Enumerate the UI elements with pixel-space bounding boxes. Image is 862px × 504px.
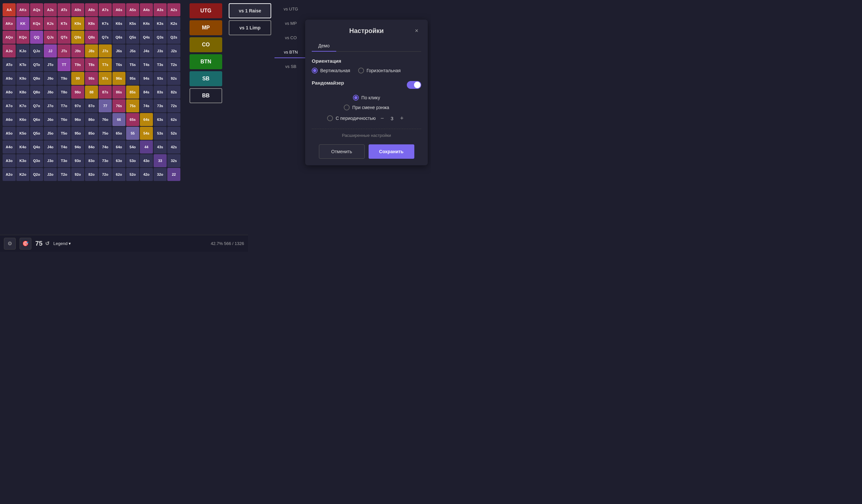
- matrix-cell-KJo[interactable]: KJo: [16, 44, 29, 57]
- matrix-cell-AA[interactable]: AA: [3, 3, 16, 16]
- refresh-icon[interactable]: ↺: [45, 240, 49, 247]
- orientation-option-1[interactable]: Горизонтальная: [358, 68, 401, 74]
- matrix-cell-Q9s[interactable]: Q9s: [71, 31, 84, 44]
- matrix-cell-Q3s[interactable]: Q3s: [154, 31, 167, 44]
- matrix-cell-Q5o[interactable]: Q5o: [30, 127, 43, 140]
- matrix-cell-QTs[interactable]: QTs: [57, 31, 70, 44]
- matrix-cell-KQo[interactable]: KQo: [16, 31, 29, 44]
- matrix-cell-65s[interactable]: 65s: [126, 113, 139, 126]
- matrix-cell-K9o[interactable]: K9o: [16, 72, 29, 85]
- matrix-cell-T9s[interactable]: T9s: [71, 58, 84, 71]
- matrix-cell-Q5s[interactable]: Q5s: [126, 31, 139, 44]
- matrix-cell-64o[interactable]: 64o: [113, 141, 126, 154]
- matrix-cell-T7s[interactable]: T7s: [99, 58, 112, 71]
- matrix-cell-J4s[interactable]: J4s: [140, 44, 153, 57]
- matrix-cell-63o[interactable]: 63o: [113, 154, 126, 167]
- cancel-button[interactable]: Отменить: [319, 144, 365, 159]
- matrix-cell-ATo[interactable]: ATo: [3, 58, 16, 71]
- matrix-cell-55[interactable]: 55: [126, 127, 139, 140]
- position-btn-SB[interactable]: SB: [190, 71, 222, 86]
- matrix-cell-T4s[interactable]: T4s: [140, 58, 153, 71]
- position-btn-BB[interactable]: BB: [190, 88, 222, 103]
- matrix-cell-96s[interactable]: 96s: [113, 72, 126, 85]
- matrix-cell-K3o[interactable]: K3o: [16, 154, 29, 167]
- matrix-cell-QJo[interactable]: QJo: [30, 44, 43, 57]
- matrix-cell-Q6s[interactable]: Q6s: [113, 31, 126, 44]
- settings-tab-0[interactable]: Демо: [312, 40, 336, 52]
- matrix-cell-64s[interactable]: 64s: [140, 113, 153, 126]
- matrix-cell-Q4s[interactable]: Q4s: [140, 31, 153, 44]
- filter-icon-btn[interactable]: 🎯: [19, 238, 31, 250]
- matrix-cell-AQo[interactable]: AQo: [3, 31, 16, 44]
- matrix-cell-52o[interactable]: 52o: [126, 168, 139, 181]
- matrix-cell-KTo[interactable]: KTo: [16, 58, 29, 71]
- matrix-cell-65o[interactable]: 65o: [113, 127, 126, 140]
- randomizer-toggle[interactable]: [407, 81, 421, 89]
- matrix-cell-Q8o[interactable]: Q8o: [30, 85, 43, 98]
- matrix-cell-K9s[interactable]: K9s: [71, 17, 84, 30]
- matrix-cell-J8o[interactable]: J8o: [44, 85, 57, 98]
- matrix-cell-86s[interactable]: 86s: [113, 85, 126, 98]
- matrix-cell-QJs[interactable]: QJs: [44, 31, 57, 44]
- matrix-cell-JTs[interactable]: JTs: [57, 44, 70, 57]
- matrix-cell-A7s[interactable]: A7s: [99, 3, 112, 16]
- matrix-cell-76o[interactable]: 76o: [99, 113, 112, 126]
- matrix-cell-77[interactable]: 77: [99, 99, 112, 112]
- matrix-cell-J2o[interactable]: J2o: [44, 168, 57, 181]
- matrix-cell-94o[interactable]: 94o: [71, 141, 84, 154]
- matrix-cell-92s[interactable]: 92s: [167, 72, 180, 85]
- matrix-cell-J8s[interactable]: J8s: [85, 44, 98, 57]
- matrix-cell-93s[interactable]: 93s: [154, 72, 167, 85]
- matrix-cell-A8o[interactable]: A8o: [3, 85, 16, 98]
- matrix-cell-87s[interactable]: 87s: [99, 85, 112, 98]
- matrix-cell-43s[interactable]: 43s: [154, 141, 167, 154]
- vs-position-btn-4[interactable]: vs SB: [274, 61, 307, 72]
- matrix-cell-54o[interactable]: 54o: [126, 141, 139, 154]
- matrix-cell-KK[interactable]: KK: [16, 17, 29, 30]
- matrix-cell-96o[interactable]: 96o: [71, 113, 84, 126]
- matrix-cell-52s[interactable]: 52s: [167, 127, 180, 140]
- matrix-cell-K8s[interactable]: K8s: [85, 17, 98, 30]
- matrix-cell-74s[interactable]: 74s: [140, 99, 153, 112]
- matrix-cell-KQs[interactable]: KQs: [30, 17, 43, 30]
- matrix-cell-K2o[interactable]: K2o: [16, 168, 29, 181]
- matrix-cell-43o[interactable]: 43o: [140, 154, 153, 167]
- matrix-cell-KJs[interactable]: KJs: [44, 17, 57, 30]
- matrix-cell-T7o[interactable]: T7o: [57, 99, 70, 112]
- matrix-cell-54s[interactable]: 54s: [140, 127, 153, 140]
- matrix-cell-Q2o[interactable]: Q2o: [30, 168, 43, 181]
- matrix-cell-86o[interactable]: 86o: [85, 113, 98, 126]
- matrix-cell-97o[interactable]: 97o: [71, 99, 84, 112]
- matrix-cell-A2s[interactable]: A2s: [167, 3, 180, 16]
- matrix-cell-J4o[interactable]: J4o: [44, 141, 57, 154]
- matrix-cell-75s[interactable]: 75s: [126, 99, 139, 112]
- matrix-cell-33[interactable]: 33: [154, 154, 167, 167]
- matrix-cell-83o[interactable]: 83o: [85, 154, 98, 167]
- matrix-cell-J5s[interactable]: J5s: [126, 44, 139, 57]
- matrix-cell-76s[interactable]: 76s: [113, 99, 126, 112]
- matrix-cell-AJs[interactable]: AJs: [44, 3, 57, 16]
- matrix-cell-T5o[interactable]: T5o: [57, 127, 70, 140]
- advanced-settings-btn[interactable]: Расширенные настройки: [312, 133, 421, 138]
- matrix-cell-A8s[interactable]: A8s: [85, 3, 98, 16]
- matrix-cell-AKs[interactable]: AKs: [16, 3, 29, 16]
- randomizer-option-1[interactable]: При смене рэнжа: [344, 105, 389, 110]
- position-btn-UTG[interactable]: UTG: [190, 3, 222, 18]
- matrix-cell-JJ[interactable]: JJ: [44, 44, 57, 57]
- matrix-cell-98o[interactable]: 98o: [71, 85, 84, 98]
- position-btn-MP[interactable]: MP: [190, 20, 222, 35]
- save-button[interactable]: Сохранить: [369, 144, 414, 159]
- matrix-cell-ATs[interactable]: ATs: [57, 3, 70, 16]
- matrix-cell-K5s[interactable]: K5s: [126, 17, 139, 30]
- matrix-cell-83s[interactable]: 83s: [154, 85, 167, 98]
- vs-position-btn-2[interactable]: vs CO: [274, 32, 307, 44]
- matrix-cell-32o[interactable]: 32o: [154, 168, 167, 181]
- matrix-cell-Q7o[interactable]: Q7o: [30, 99, 43, 112]
- matrix-cell-A5o[interactable]: A5o: [3, 127, 16, 140]
- matrix-cell-63s[interactable]: 63s: [154, 113, 167, 126]
- matrix-cell-95s[interactable]: 95s: [126, 72, 139, 85]
- matrix-cell-Q3o[interactable]: Q3o: [30, 154, 43, 167]
- matrix-cell-84o[interactable]: 84o: [85, 141, 98, 154]
- matrix-cell-K7s[interactable]: K7s: [99, 17, 112, 30]
- action-btn-1[interactable]: vs 1 Limp: [229, 20, 271, 35]
